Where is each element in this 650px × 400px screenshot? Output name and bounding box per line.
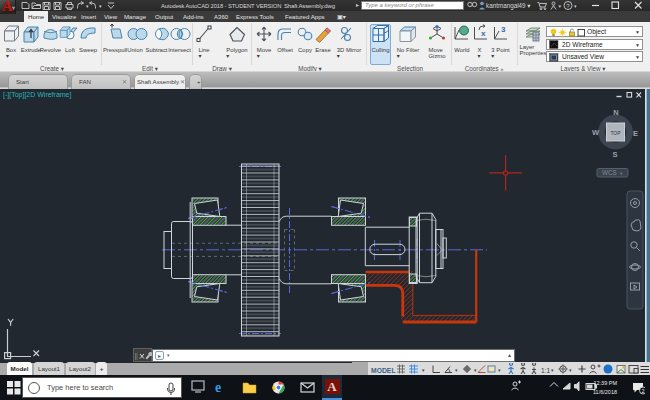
svg-text:12:39 PM: 12:39 PM: [593, 380, 617, 386]
svg-text:▾: ▾: [551, 367, 554, 373]
svg-text:WCS: WCS: [602, 169, 617, 176]
svg-text:E: E: [633, 129, 638, 138]
svg-text:▾: ▾: [574, 3, 577, 9]
svg-text:MODEL: MODEL: [371, 367, 396, 374]
svg-text:▾: ▾: [559, 3, 562, 9]
svg-text:S: S: [612, 150, 617, 159]
svg-text:N: N: [613, 108, 618, 117]
svg-text:TOP: TOP: [610, 130, 621, 136]
svg-text:W: W: [592, 128, 600, 137]
svg-text:x: x: [481, 29, 486, 38]
svg-text:2: 2: [642, 388, 645, 394]
svg-text:3: 3: [501, 25, 506, 34]
svg-text:▾: ▾: [498, 367, 501, 373]
svg-text:▾: ▾: [422, 367, 425, 373]
svg-text:1:1: 1:1: [541, 367, 550, 374]
svg-text:▾: ▾: [86, 3, 89, 9]
svg-text:11/6/2018: 11/6/2018: [593, 389, 617, 395]
svg-text:▾: ▾: [569, 367, 572, 373]
svg-text:▾: ▾: [455, 367, 458, 373]
svg-text:e: e: [215, 380, 221, 395]
svg-text:?: ?: [566, 3, 570, 9]
svg-text:▾: ▾: [99, 3, 102, 9]
svg-text:▾: ▾: [474, 367, 477, 373]
